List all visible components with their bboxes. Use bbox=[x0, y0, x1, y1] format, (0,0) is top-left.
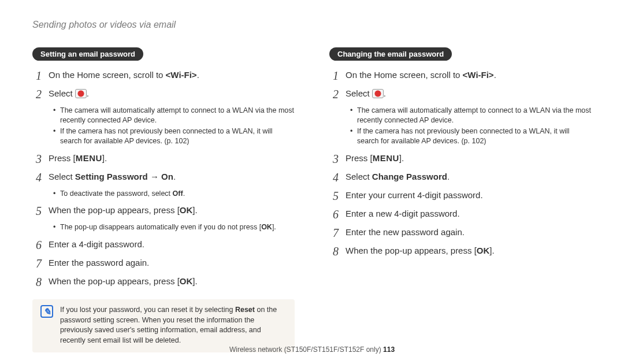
bullet: The camera will automatically attempt to… bbox=[350, 106, 592, 125]
text: When the pop-up appears, press [ bbox=[49, 205, 180, 215]
step-number: 7 bbox=[329, 226, 339, 240]
left-step-2-sub: The camera will automatically attempt to… bbox=[53, 106, 295, 146]
step-number: 4 bbox=[329, 170, 339, 184]
step-number: 1 bbox=[329, 69, 339, 83]
text: ]. bbox=[489, 246, 494, 255]
text: ]. bbox=[272, 223, 276, 231]
email-icon bbox=[75, 89, 87, 98]
text: Select bbox=[346, 172, 372, 181]
page-footer: Wireless network (ST150F/ST151F/ST152F o… bbox=[0, 346, 624, 354]
text: . bbox=[183, 190, 185, 198]
step-number: 6 bbox=[32, 238, 42, 252]
menu-label: MENU bbox=[373, 153, 399, 163]
text: ]. bbox=[102, 153, 107, 163]
menu-label: MENU bbox=[76, 153, 102, 163]
bullet: To deactivate the password, select Off. bbox=[53, 189, 295, 199]
left-step-5-sub: The pop-up disappears automatically even… bbox=[53, 222, 295, 232]
left-step-5: 5 When the pop-up appears, press [OK]. bbox=[32, 204, 295, 218]
text: ]. bbox=[192, 205, 197, 215]
right-step-7: 7 Enter the new password again. bbox=[329, 226, 592, 240]
right-step-5: 5 Enter your current 4-digit password. bbox=[329, 189, 592, 203]
text: When the pop-up appears, press [ bbox=[49, 276, 180, 286]
bold: Change Password bbox=[372, 172, 447, 181]
text: When the pop-up appears, press [ bbox=[346, 246, 477, 255]
right-column: Changing the email password 1 On the Hom… bbox=[329, 47, 592, 352]
text: . bbox=[87, 88, 89, 98]
bold: Setting Password → On bbox=[75, 172, 173, 181]
text: To deactivate the password, select bbox=[60, 190, 173, 198]
step-text: When the pop-up appears, press [OK]. bbox=[346, 244, 495, 257]
step-text: When the pop-up appears, press [OK]. bbox=[49, 204, 198, 216]
text: The pop-up disappears automatically even… bbox=[60, 223, 261, 231]
step-text: Enter your current 4-digit password. bbox=[346, 189, 483, 201]
note-box: ✎ If you lost your password, you can res… bbox=[32, 299, 295, 352]
text: On the Home screen, scroll to bbox=[346, 70, 463, 80]
bullet: If the camera has not previously been co… bbox=[350, 127, 592, 146]
step-number: 1 bbox=[32, 69, 42, 83]
left-step-4: 4 Select Setting Password → On. bbox=[32, 170, 295, 184]
note-text: If you lost your password, you can reset… bbox=[60, 305, 287, 346]
step-number: 5 bbox=[329, 189, 339, 203]
bold: Reset bbox=[235, 306, 255, 314]
step-number: 8 bbox=[32, 275, 42, 289]
text: Press [ bbox=[346, 153, 373, 163]
step-number: 7 bbox=[32, 257, 42, 270]
left-step-6: 6 Enter a 4-digit password. bbox=[32, 238, 295, 252]
step-text: Enter a new 4-digit password. bbox=[346, 207, 460, 220]
page-header: Sending photos or videos via email bbox=[32, 20, 592, 30]
text: If you lost your password, you can reset… bbox=[60, 306, 235, 314]
right-step-2: 2 Select . bbox=[329, 87, 592, 101]
right-step-3: 3 Press [MENU]. bbox=[329, 152, 592, 166]
left-section-pill: Setting an email password bbox=[32, 47, 143, 61]
left-step-2: 2 Select . bbox=[32, 87, 295, 101]
step-text: Select . bbox=[49, 87, 89, 99]
text: On the Home screen, scroll to bbox=[49, 70, 166, 80]
bold: Off bbox=[173, 190, 183, 198]
step-number: 3 bbox=[329, 152, 339, 166]
ok-label: OK bbox=[180, 276, 193, 286]
bold: <Wi-Fi> bbox=[463, 70, 494, 80]
left-step-4-sub: To deactivate the password, select Off. bbox=[53, 189, 295, 199]
columns: Setting an email password 1 On the Home … bbox=[32, 47, 592, 352]
step-text: Enter the password again. bbox=[49, 257, 149, 269]
step-text: When the pop-up appears, press [OK]. bbox=[49, 275, 198, 287]
ok-label: OK bbox=[477, 246, 490, 255]
text: . bbox=[197, 70, 199, 80]
step-number: 2 bbox=[32, 87, 42, 101]
text: . bbox=[494, 70, 496, 80]
left-step-7: 7 Enter the password again. bbox=[32, 257, 295, 270]
footer-text: Wireless network (ST150F/ST151F/ST152F o… bbox=[229, 346, 383, 354]
page-number: 113 bbox=[383, 346, 395, 354]
right-step-4: 4 Select Change Password. bbox=[329, 170, 592, 184]
right-step-2-sub: The camera will automatically attempt to… bbox=[350, 106, 592, 146]
bullet: The camera will automatically attempt to… bbox=[53, 106, 295, 125]
right-step-1: 1 On the Home screen, scroll to <Wi-Fi>. bbox=[329, 69, 592, 83]
bullet: If the camera has not previously been co… bbox=[53, 127, 295, 146]
step-number: 3 bbox=[32, 152, 42, 166]
left-step-3: 3 Press [MENU]. bbox=[32, 152, 295, 166]
left-column: Setting an email password 1 On the Home … bbox=[32, 47, 295, 352]
step-number: 8 bbox=[329, 244, 339, 258]
step-number: 6 bbox=[329, 207, 339, 221]
text: Select bbox=[346, 88, 372, 98]
right-step-8: 8 When the pop-up appears, press [OK]. bbox=[329, 244, 592, 258]
info-icon: ✎ bbox=[40, 305, 53, 318]
left-step-8: 8 When the pop-up appears, press [OK]. bbox=[32, 275, 295, 289]
text: . bbox=[447, 172, 450, 181]
step-number: 2 bbox=[329, 87, 339, 101]
step-text: Enter a 4-digit password. bbox=[49, 238, 144, 250]
step-text: Select . bbox=[346, 87, 386, 99]
text: ]. bbox=[192, 276, 197, 286]
text: . bbox=[384, 88, 386, 98]
ok-label: OK bbox=[180, 205, 193, 215]
email-icon bbox=[372, 89, 384, 98]
text: Select bbox=[49, 88, 75, 98]
right-step-6: 6 Enter a new 4-digit password. bbox=[329, 207, 592, 221]
step-text: Enter the new password again. bbox=[346, 226, 465, 238]
step-text: On the Home screen, scroll to <Wi-Fi>. bbox=[346, 69, 496, 81]
right-section-pill: Changing the email password bbox=[329, 47, 452, 61]
bullet: The pop-up disappears automatically even… bbox=[53, 222, 295, 232]
step-text: Select Setting Password → On. bbox=[49, 170, 176, 183]
text: Press [ bbox=[49, 153, 76, 163]
left-step-1: 1 On the Home screen, scroll to <Wi-Fi>. bbox=[32, 69, 295, 83]
